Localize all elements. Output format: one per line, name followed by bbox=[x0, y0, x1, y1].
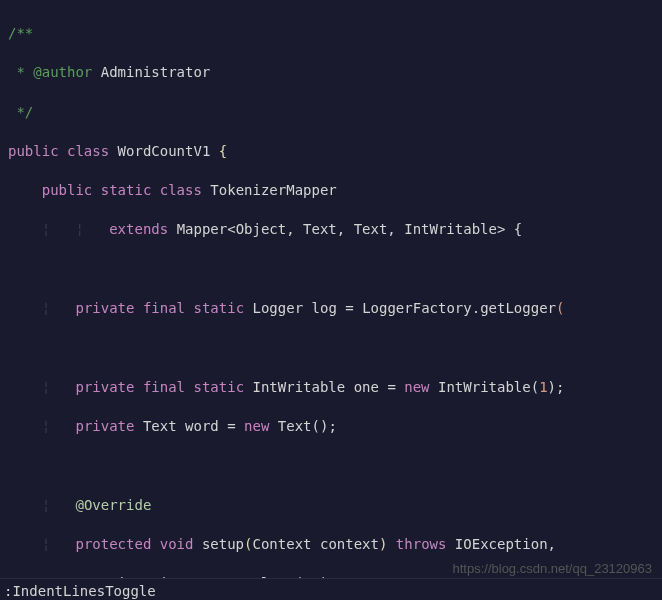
author: Administrator bbox=[101, 64, 211, 80]
code-editor[interactable]: /** * @author Administrator */ public cl… bbox=[0, 0, 662, 600]
command-bar[interactable]: :IndentLinesToggle bbox=[0, 578, 662, 600]
keyword: public bbox=[42, 182, 93, 198]
indent-guide: ¦ bbox=[42, 418, 50, 434]
indent-guide: ¦ bbox=[42, 536, 50, 552]
paren: ( bbox=[556, 300, 564, 316]
keyword: class bbox=[160, 182, 202, 198]
method: getLogger bbox=[480, 300, 556, 316]
keyword: void bbox=[160, 536, 194, 552]
keyword: new bbox=[404, 379, 429, 395]
keyword: final bbox=[143, 379, 185, 395]
comment: /** bbox=[8, 25, 33, 41]
type: Text bbox=[143, 418, 177, 434]
type: Context bbox=[253, 536, 312, 552]
paren: ( bbox=[244, 536, 252, 552]
indent-guide: ¦ bbox=[42, 379, 50, 395]
type: IntWritable bbox=[438, 379, 531, 395]
indent-guide: ¦ bbox=[42, 300, 50, 316]
type: LoggerFactory bbox=[362, 300, 472, 316]
keyword: new bbox=[244, 418, 269, 434]
keyword: private bbox=[75, 418, 134, 434]
keyword: extends bbox=[109, 221, 168, 237]
type: Logger bbox=[253, 300, 304, 316]
var: context bbox=[320, 536, 379, 552]
type: Text bbox=[278, 418, 312, 434]
type: IntWritable bbox=[253, 379, 346, 395]
keyword: static bbox=[194, 300, 245, 316]
paren: ) bbox=[379, 536, 387, 552]
keyword: public bbox=[8, 143, 59, 159]
comment: * @author bbox=[8, 64, 101, 80]
keyword: static bbox=[194, 379, 245, 395]
brace: { bbox=[219, 143, 227, 159]
keyword: private bbox=[75, 300, 134, 316]
keyword: class bbox=[67, 143, 109, 159]
indent-guide: ¦ bbox=[42, 497, 50, 513]
var: log bbox=[312, 300, 337, 316]
method: setup bbox=[202, 536, 244, 552]
comment: */ bbox=[8, 104, 33, 120]
type: Mapper<Object, Text, Text, IntWritable> … bbox=[177, 221, 523, 237]
annotation: @Override bbox=[75, 497, 151, 513]
var: one bbox=[354, 379, 379, 395]
classname: WordCountV1 bbox=[118, 143, 211, 159]
type: IOException bbox=[455, 536, 548, 552]
keyword: throws bbox=[396, 536, 447, 552]
var: word bbox=[185, 418, 219, 434]
command-text: :IndentLinesToggle bbox=[4, 583, 156, 599]
keyword: private bbox=[75, 379, 134, 395]
keyword: final bbox=[143, 300, 185, 316]
indent-guide: ¦ bbox=[42, 221, 50, 237]
keyword: static bbox=[101, 182, 152, 198]
number: 1 bbox=[539, 379, 547, 395]
indent-guide: ¦ bbox=[75, 221, 83, 237]
watermark: https://blog.csdn.net/qq_23120963 bbox=[453, 559, 653, 579]
keyword: protected bbox=[75, 536, 151, 552]
classname: TokenizerMapper bbox=[210, 182, 336, 198]
